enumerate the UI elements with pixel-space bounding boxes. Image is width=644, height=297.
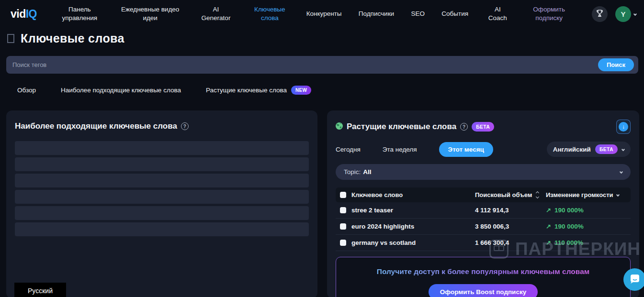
help-icon[interactable]: ? — [181, 122, 189, 130]
section-tabs: Обзор Наиболее подходящие ключевые слова… — [17, 86, 644, 95]
trend-up-icon: ↗ — [546, 207, 551, 214]
language-selector[interactable]: Английский БЕТА — [547, 142, 631, 157]
nav-item-competitors[interactable]: Конкуренты — [306, 10, 342, 18]
chat-button[interactable] — [623, 268, 644, 291]
download-icon: ↓ — [619, 122, 628, 132]
time-filter-today[interactable]: Сегодня — [336, 146, 361, 153]
select-all-checkbox[interactable] — [340, 192, 346, 198]
tab-label: Обзор — [17, 87, 36, 94]
panel-title: Наиболее подходящие ключевые слова — [15, 121, 177, 131]
nav-item-events[interactable]: События — [441, 10, 468, 18]
keywords-table: Ключевое слово Поисковый объем Изменение… — [336, 187, 631, 251]
chevron-down-icon — [633, 12, 637, 15]
panel-title: Растущие ключевые слова — [347, 122, 456, 132]
nav-item-daily-ideas[interactable]: Ежедневные видео идеи — [119, 5, 182, 22]
volume-cell: 4 112 914,3 — [475, 207, 509, 214]
tab-rising-keywords[interactable]: Растущие ключевые слова NEW — [206, 86, 311, 95]
nav-item-dashboard[interactable]: Панель управления — [57, 5, 102, 22]
skeleton-row — [15, 206, 309, 220]
tab-label: Наиболее подходящие ключевые слова — [61, 87, 181, 94]
chevron-down-icon — [616, 193, 619, 197]
chat-icon — [629, 273, 641, 287]
column-search-volume[interactable]: Поисковый объем — [475, 191, 532, 198]
search-button[interactable]: Поиск — [598, 58, 634, 71]
nav-item-keywords[interactable]: Ключевые слова — [250, 5, 289, 22]
skeleton-row — [15, 157, 309, 171]
column-volume-change[interactable]: Изменение громкости — [546, 191, 613, 198]
volume-cell: 1 666 300,4 — [475, 239, 509, 246]
nav-item-subscribers[interactable]: Подписчики — [359, 10, 394, 18]
trend-up-icon: ↗ — [546, 239, 551, 246]
vidiq-logo[interactable]: vidIQ — [11, 8, 37, 21]
change-cell: 190 000% — [554, 207, 584, 214]
keyword-cell: euro 2024 highlights — [351, 223, 414, 230]
logo-iq: IQ — [26, 8, 37, 20]
rising-keywords-panel: Растущие ключевые слова ? БЕТА ↓ Сегодня… — [327, 110, 639, 297]
loading-skeleton — [15, 141, 309, 236]
nav-item-ai-coach[interactable]: AI Coach — [485, 5, 510, 22]
tab-label: Растущие ключевые слова — [206, 87, 287, 94]
logo-vid: vid — [11, 8, 26, 20]
topic-prefix: Topic: — [344, 168, 361, 176]
nav-item-subscribe[interactable]: Оформить подписку — [527, 5, 571, 22]
trend-up-icon: ↗ — [546, 223, 551, 230]
chevron-down-icon — [620, 170, 623, 174]
row-checkbox[interactable] — [340, 207, 346, 213]
matching-keywords-panel: Наиболее подходящие ключевые слова ? Рус… — [6, 110, 317, 297]
table-header: Ключевое слово Поисковый объем Изменение… — [336, 187, 631, 202]
new-badge: NEW — [291, 86, 311, 95]
column-keyword[interactable]: Ключевое слово — [351, 191, 403, 198]
nav-item-ai-generator[interactable]: AI Generator — [199, 5, 233, 22]
keyword-cell: germany vs scotland — [351, 239, 416, 246]
chevron-down-icon — [621, 147, 625, 151]
trophy-icon — [595, 9, 604, 20]
beta-badge: БЕТА — [595, 144, 618, 154]
volume-cell: 3 850 006,3 — [475, 223, 509, 230]
user-avatar[interactable]: Y — [615, 6, 631, 22]
table-row[interactable]: stree 2 teaser 4 112 914,3 ↗ 190 000% — [336, 202, 631, 219]
promo-box: Получите доступ к более популярным ключе… — [336, 257, 631, 297]
globe-icon — [336, 122, 343, 132]
boost-subscribe-button[interactable]: Оформить Boost подписку — [429, 284, 538, 297]
nav-item-seo[interactable]: SEO — [411, 10, 425, 18]
skeleton-row — [15, 190, 309, 204]
skeleton-row — [15, 141, 309, 155]
change-cell: 110 000% — [554, 239, 583, 246]
language-label[interactable]: Русский — [14, 283, 66, 297]
help-icon[interactable]: ? — [460, 123, 468, 131]
time-filter-week[interactable]: Эта неделя — [383, 146, 417, 153]
topic-value: All — [363, 168, 371, 176]
download-button[interactable]: ↓ — [616, 120, 631, 134]
search-input[interactable] — [6, 56, 638, 74]
time-filters: Сегодня Эта неделя Этот месяц Английский… — [336, 142, 631, 157]
tag-search-bar: Поиск — [6, 56, 638, 74]
page-header: Ключевые слова — [7, 31, 644, 46]
table-row[interactable]: euro 2024 highlights 3 850 006,3 ↗ 190 0… — [336, 219, 631, 235]
tab-overview[interactable]: Обзор — [17, 87, 36, 94]
sort-icon[interactable] — [536, 192, 539, 198]
row-checkbox[interactable] — [340, 223, 346, 230]
nav-items: Панель управления Ежедневные видео идеи … — [41, 5, 588, 22]
page-title: Ключевые слова — [21, 32, 124, 45]
top-nav: vidIQ Панель управления Ежедневные видео… — [0, 0, 644, 28]
skeleton-row — [15, 174, 309, 187]
promo-heading: Получите доступ к более популярным ключе… — [336, 267, 630, 276]
row-checkbox[interactable] — [340, 240, 346, 246]
keyword-cell: stree 2 teaser — [351, 207, 393, 214]
tab-matching-keywords[interactable]: Наиболее подходящие ключевые слова — [61, 87, 181, 94]
title-placeholder-icon — [7, 34, 14, 43]
user-menu[interactable]: Y — [615, 6, 636, 22]
skeleton-row — [15, 222, 309, 236]
change-cell: 190 000% — [554, 223, 584, 230]
time-filter-month[interactable]: Этот месяц — [439, 142, 493, 157]
language-selector-label: Английский — [553, 146, 591, 153]
beta-badge: БЕТА — [472, 122, 494, 132]
table-row[interactable]: germany vs scotland 1 666 300,4 ↗ 110 00… — [336, 235, 631, 251]
main-content: Наиболее подходящие ключевые слова ? Рус… — [6, 110, 639, 297]
trophy-button[interactable] — [592, 6, 608, 22]
topic-filter[interactable]: Topic: All — [336, 164, 631, 180]
